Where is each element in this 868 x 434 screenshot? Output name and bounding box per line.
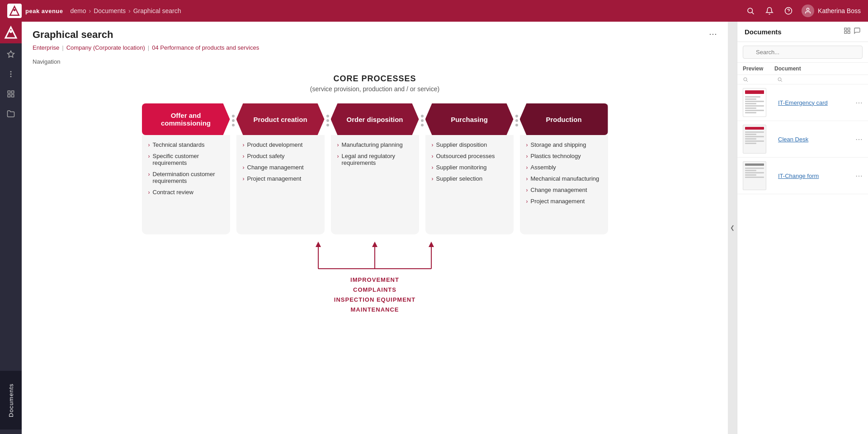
process-item-purchasing-2[interactable]: › Supplier monitoring [432, 164, 509, 171]
svg-rect-15 [8, 95, 10, 97]
process-block-product: Product creation › Product development ›… [236, 103, 325, 234]
panel-settings-button[interactable] [854, 27, 861, 36]
sidebar: Documents [0, 22, 22, 434]
sidebar-item-favorites[interactable] [0, 45, 22, 63]
svg-point-6 [807, 8, 809, 10]
process-item-purchasing-0[interactable]: › Supplier disposition [432, 141, 509, 148]
process-header-product[interactable]: Product creation [236, 103, 325, 135]
svg-line-33 [781, 80, 782, 82]
user-name: Katherina Boss [818, 7, 861, 14]
sidebar-docs-section: Documents [0, 371, 22, 429]
sidebar-item-folder[interactable] [0, 105, 22, 123]
svg-rect-24 [844, 28, 847, 30]
svg-point-32 [778, 78, 781, 81]
process-item-product-1[interactable]: › Product safety [243, 153, 320, 159]
svg-point-10 [10, 71, 11, 72]
process-item-product-3[interactable]: › Project management [243, 175, 320, 182]
svg-marker-9 [8, 51, 14, 57]
doc-name-2[interactable]: Clean Desk [774, 136, 854, 143]
page-more-button[interactable]: ⋯ [709, 29, 717, 39]
doc-more-1[interactable]: ⋯ [854, 98, 863, 107]
process-item-product-2[interactable]: › Change management [243, 164, 320, 171]
search-button[interactable] [745, 5, 756, 17]
panel-expand-button[interactable] [844, 27, 851, 36]
doc-name-3[interactable]: IT-Change form [774, 173, 854, 179]
improvement-arrows-svg [235, 242, 515, 273]
process-item-product-0[interactable]: › Product development [243, 141, 320, 148]
doc-search-input[interactable] [743, 46, 863, 59]
process-item-production-5[interactable]: › Project management [526, 198, 604, 205]
breadcrumb-performance[interactable]: 04 Performance of products and services [152, 44, 259, 51]
process-item-offer-2[interactable]: › Determination customer requirements [148, 171, 226, 184]
doc-thumbnail-2 [743, 125, 766, 154]
logo-icon [7, 4, 22, 18]
breadcrumb-company[interactable]: Company (Corporate location) [66, 44, 145, 51]
process-flow: Offer and commissioning › Technical stan… [37, 103, 712, 234]
breadcrumb-documents[interactable]: Documents [94, 7, 126, 14]
improvement-labels: IMPROVEMENT COMPLAINTS INSPECTION EQUIPM… [334, 275, 415, 315]
connector-2 [325, 103, 331, 126]
process-item-production-2[interactable]: › Assembly [526, 164, 604, 171]
breadcrumb-links: Enterprise | Company (Corporate location… [33, 44, 717, 51]
improvement-line-4: MAINTENANCE [334, 305, 415, 315]
doc-filter-row [737, 75, 868, 84]
arrow-icon: › [526, 198, 528, 205]
process-header-production[interactable]: Production [520, 103, 608, 135]
topbar: peak avenue demo › Documents › Graphical… [0, 0, 868, 22]
arrow-icon: › [337, 153, 339, 159]
page-header: Graphical search ⋯ [33, 29, 717, 41]
process-item-order-0[interactable]: › Manufacturing planning [337, 141, 415, 148]
doc-item-1[interactable]: IT-Emergency card ⋯ [737, 84, 868, 121]
topbar-breadcrumb: demo › Documents › Graphical search [71, 7, 181, 14]
sidebar-item-table[interactable] [0, 85, 22, 103]
notification-button[interactable] [764, 5, 775, 17]
diagram-title: CORE PROCESSES [37, 74, 712, 84]
process-item-production-0[interactable]: › Storage and shipping [526, 141, 604, 148]
process-item-order-1[interactable]: › Legal and regulatory requirements [337, 153, 415, 166]
process-item-production-3[interactable]: › Mechanical manufacturing [526, 175, 604, 182]
arrow-icon: › [243, 176, 245, 182]
breadcrumb-sep1: › [89, 7, 91, 14]
svg-marker-18 [316, 242, 321, 247]
sidebar-docs-label: Documents [8, 383, 14, 417]
logo-text: peak avenue [25, 8, 63, 14]
doc-more-3[interactable]: ⋯ [854, 172, 863, 180]
doc-more-2[interactable]: ⋯ [854, 135, 863, 144]
arrow-icon: › [243, 164, 245, 171]
breadcrumb-enterprise[interactable]: Enterprise [33, 44, 59, 51]
process-label-offer: Offer and commissioning [148, 112, 224, 127]
process-item-offer-1[interactable]: › Specific customer requirements [148, 153, 226, 166]
svg-line-31 [746, 80, 748, 82]
doc-item-2[interactable]: Clean Desk ⋯ [737, 121, 868, 158]
process-label-purchasing: Purchasing [451, 116, 488, 123]
process-item-production-1[interactable]: › Plastics technology [526, 153, 604, 159]
doc-item-3[interactable]: IT-Change form ⋯ [737, 158, 868, 194]
breadcrumb-sep2: › [128, 7, 131, 14]
process-header-order[interactable]: Order disposition [331, 103, 419, 135]
help-button[interactable] [783, 5, 794, 17]
svg-marker-22 [429, 242, 434, 247]
search-row [737, 42, 868, 63]
process-item-purchasing-3[interactable]: › Supplier selection [432, 175, 509, 182]
process-header-offer[interactable]: Offer and commissioning [142, 103, 230, 135]
diagram-subtitle: (service provision, production and / or … [37, 85, 712, 93]
arrow-icon: › [243, 153, 245, 159]
svg-point-12 [10, 76, 11, 77]
process-header-purchasing[interactable]: Purchasing [425, 103, 514, 135]
breadcrumb-divider1: | [62, 44, 63, 51]
breadcrumb-demo[interactable]: demo [71, 7, 86, 14]
sidebar-item-menu[interactable] [0, 65, 22, 83]
panel-toggle-button[interactable] [728, 22, 737, 434]
process-item-offer-0[interactable]: › Technical standards [148, 141, 226, 148]
diagram-section: CORE PROCESSES (service provision, produ… [33, 74, 717, 315]
process-item-offer-3[interactable]: › Contract review [148, 189, 226, 196]
process-label-product: Product creation [253, 116, 307, 123]
doc-name-1[interactable]: IT-Emergency card [774, 99, 854, 106]
arrow-icon: › [243, 142, 245, 148]
breadcrumb-divider2: | [148, 44, 149, 51]
process-item-production-4[interactable]: › Change management [526, 187, 604, 193]
process-item-purchasing-1[interactable]: › Outsourced processes [432, 153, 509, 159]
svg-line-3 [752, 12, 754, 14]
svg-rect-13 [8, 91, 10, 93]
improvement-line-2: COMPLAINTS [334, 285, 415, 295]
